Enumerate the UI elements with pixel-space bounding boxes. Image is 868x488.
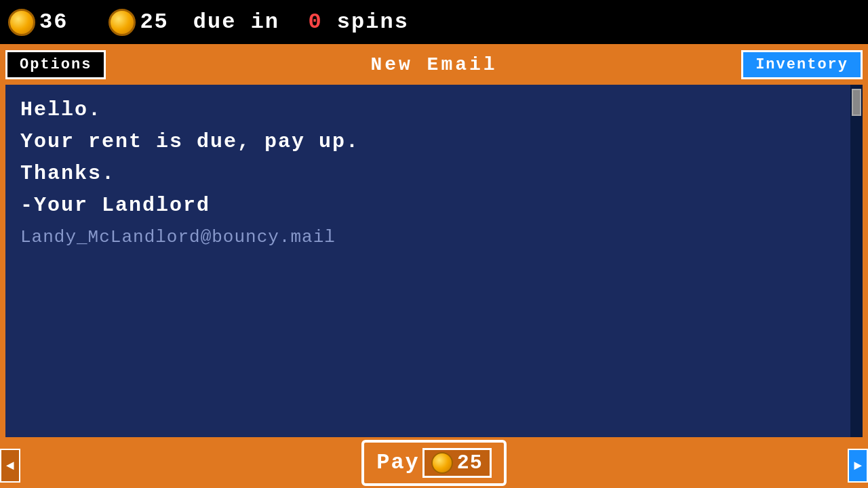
email-line-3: Thanks. <box>20 161 848 187</box>
left-arrow-icon: ◄ <box>6 458 14 474</box>
balance-value: 36 <box>39 9 68 35</box>
due-text: due in 0 spins <box>193 9 409 35</box>
email-line-2: Your rent is due, pay up. <box>20 129 848 155</box>
right-scroll-indicator[interactable]: ► <box>848 449 868 483</box>
pay-coin-icon <box>431 452 453 474</box>
bottom-bar: ◄ Pay 25 ► <box>0 437 868 488</box>
scrollbar-thumb[interactable] <box>852 89 861 116</box>
rent-group: 25 due in 0 spins <box>108 9 408 36</box>
left-scroll-indicator[interactable]: ◄ <box>0 449 20 483</box>
rent-amount: 25 <box>140 9 168 35</box>
pay-amount-value: 25 <box>457 451 483 474</box>
pay-button[interactable]: Pay 25 <box>361 440 507 486</box>
email-content-area: Hello. Your rent is due, pay up. Thanks.… <box>5 85 863 437</box>
pay-amount-group: 25 <box>422 448 492 478</box>
email-line-1: Hello. <box>20 97 848 123</box>
game-container: 36 25 due in 0 spins Options New Email I… <box>0 0 868 488</box>
due-spins-value: 0 <box>308 9 322 35</box>
email-line-4: -Your Landlord <box>20 192 848 219</box>
email-scrollbar[interactable] <box>850 85 863 437</box>
options-button[interactable]: Options <box>5 50 106 79</box>
right-arrow-icon: ► <box>854 458 862 474</box>
coin-icon <box>8 9 35 36</box>
top-bar: 36 25 due in 0 spins <box>0 0 868 44</box>
email-title: New Email <box>370 54 497 75</box>
email-sender: Landy_McLandlord@bouncy.mail <box>20 227 848 247</box>
toolbar: Options New Email Inventory <box>0 44 868 85</box>
inventory-button[interactable]: Inventory <box>741 50 863 79</box>
balance-group: 36 <box>8 9 68 36</box>
pay-label: Pay <box>376 450 420 475</box>
rent-coin-icon <box>108 9 136 36</box>
